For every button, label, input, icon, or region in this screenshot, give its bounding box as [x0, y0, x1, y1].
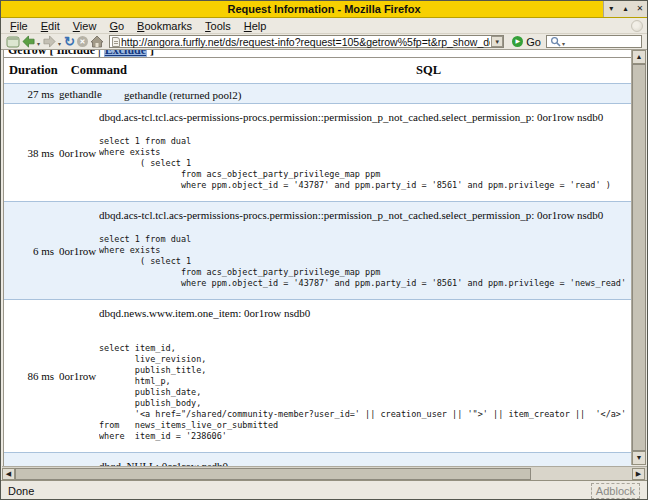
reload-button[interactable]: ↻: [64, 35, 75, 49]
page-content: Getrow [ Include | Exclude ] Duration Co…: [3, 50, 632, 466]
sql-statement: select 1 from dual where exists ( select…: [99, 125, 632, 191]
status-bar: Done Adblock: [1, 480, 647, 500]
go-button[interactable]: ▶ Go: [509, 36, 544, 48]
url-input[interactable]: [120, 36, 491, 48]
horizontal-scrollbar-thumb[interactable]: [15, 468, 531, 480]
getrow-label: Getrow [ Include |: [8, 50, 104, 57]
search-icon: [550, 33, 561, 51]
browser-window: Request Information - Mozilla Firefox ▾ …: [0, 0, 648, 500]
getrow-exclude-link[interactable]: Exclude: [104, 50, 147, 57]
close-icon[interactable]: ✕: [634, 5, 646, 13]
horizontal-scrollbar[interactable]: ◀ ▶: [2, 466, 648, 480]
titlebar[interactable]: Request Information - Mozilla Firefox ▾ …: [1, 1, 647, 18]
menu-view[interactable]: View: [73, 20, 97, 32]
minimize-icon[interactable]: ▾: [605, 5, 617, 13]
vertical-scrollbar[interactable]: ▲ ▼: [631, 50, 646, 465]
maximize-icon[interactable]: ▴: [619, 5, 631, 13]
duration-cell: 38 ms: [4, 104, 54, 201]
window-controls: ▾ ▴ ✕: [603, 1, 647, 17]
table-row: 38 ms 0or1row dbqd.acs-tcl.tcl.acs-permi…: [4, 103, 632, 201]
table-row: 3 ms 0or1row dbqd..NULL: 0or1row nsdb0 s…: [4, 452, 632, 466]
getrow-bracket: ]: [147, 50, 154, 57]
command-cell: 0or1row: [59, 300, 99, 452]
menu-tools[interactable]: Tools: [205, 20, 231, 32]
duration-cell: 27 ms: [4, 84, 54, 103]
page-favicon-icon: [112, 37, 120, 47]
column-header-command: Command: [71, 63, 127, 78]
status-text: Done: [8, 485, 591, 497]
back-dropdown-icon[interactable]: ▾: [37, 40, 40, 47]
table-row: 86 ms 0or1row dbqd.news.www.item.one_ite…: [4, 299, 632, 452]
url-history-dropdown-icon[interactable]: ▼: [491, 36, 503, 47]
menu-file[interactable]: File: [10, 20, 28, 32]
go-arrow-icon: ▶: [512, 36, 523, 47]
go-label: Go: [526, 36, 541, 48]
scroll-left-icon[interactable]: ◀: [2, 468, 15, 480]
sql-statement: select 1 from dual where exists ( select…: [99, 223, 632, 289]
throbber-icon: [631, 20, 643, 32]
sql-statement: select item_id, live_revision, publish_t…: [99, 321, 632, 442]
scroll-down-icon[interactable]: ▼: [632, 451, 646, 465]
table-row: 6 ms 0or1row dbqd.acs-tcl.tcl.acs-permis…: [4, 201, 632, 299]
getrow-toggle-line: Getrow [ Include | Exclude ]: [4, 50, 632, 57]
table-header: Duration Command SQL: [4, 58, 632, 83]
sql-title: gethandle (returned pool2): [99, 89, 241, 101]
menu-edit[interactable]: Edit: [41, 20, 60, 32]
url-bar: ▼: [109, 35, 504, 48]
table-row: 27 ms gethandle gethandle (returned pool…: [4, 83, 632, 103]
search-input[interactable]: ▾: [546, 35, 642, 48]
home-button[interactable]: [90, 35, 104, 49]
sql-title: dbqd.acs-tcl.tcl.acs-permissions-procs.p…: [99, 209, 603, 221]
duration-cell: 86 ms: [4, 300, 54, 452]
command-cell: gethandle: [59, 84, 99, 103]
window-icon[interactable]: [6, 35, 20, 49]
back-button[interactable]: [22, 35, 35, 49]
command-cell: 0or1row: [59, 453, 99, 466]
menu-go[interactable]: Go: [109, 20, 124, 32]
vertical-scrollbar-thumb[interactable]: [632, 64, 646, 451]
menu-bookmarks[interactable]: Bookmarks: [137, 20, 192, 32]
scroll-right-icon[interactable]: ▶: [632, 468, 645, 480]
adblock-button[interactable]: Adblock: [591, 483, 640, 499]
column-header-sql: SQL: [416, 63, 441, 78]
duration-cell: 3 ms: [4, 453, 54, 466]
sql-title: dbqd.acs-tcl.tcl.acs-permissions-procs.p…: [99, 111, 603, 123]
duration-cell: 6 ms: [4, 202, 54, 299]
column-header-duration: Duration: [9, 63, 58, 78]
command-cell: 0or1row: [59, 202, 99, 299]
search-engine-dropdown-icon[interactable]: ▾: [562, 40, 565, 47]
window-title: Request Information - Mozilla Firefox: [1, 1, 603, 17]
menu-help[interactable]: Help: [244, 20, 267, 32]
navigation-toolbar: ▾ ▾ ↻ ✕ ▼ ▶ Go ▾: [1, 34, 647, 50]
forward-button[interactable]: [43, 35, 56, 49]
stop-button[interactable]: ✕: [77, 35, 88, 49]
scroll-up-icon[interactable]: ▲: [632, 50, 646, 64]
command-cell: 0or1row: [59, 104, 99, 201]
sql-title: dbqd.news.www.item.one_item: 0or1row nsd…: [99, 307, 310, 319]
forward-dropdown-icon[interactable]: ▾: [58, 40, 61, 47]
